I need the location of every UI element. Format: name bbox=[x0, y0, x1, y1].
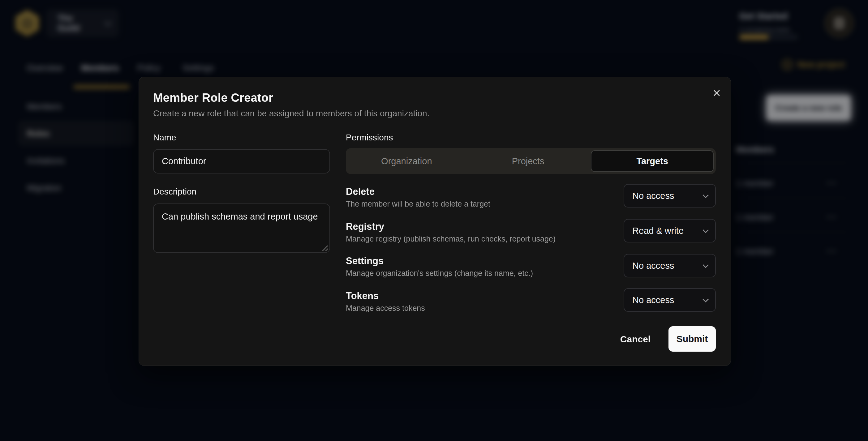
textarea-resize-handle-icon[interactable] bbox=[322, 244, 329, 251]
cancel-button[interactable]: Cancel bbox=[609, 326, 662, 352]
app-root: The Guild Get Started 4 remaining tasks … bbox=[0, 0, 868, 441]
submit-button[interactable]: Submit bbox=[669, 326, 716, 352]
select-value: No access bbox=[632, 261, 703, 271]
dialog-title: Member Role Creator bbox=[153, 91, 273, 104]
permission-delete-title: Delete bbox=[346, 186, 375, 197]
permissions-tab-bar: Organization Projects Targets bbox=[346, 148, 716, 174]
description-label: Description bbox=[153, 187, 196, 197]
select-value: No access bbox=[632, 295, 703, 305]
dialog-subtitle: Create a new role that can be assigned t… bbox=[153, 108, 429, 119]
permission-delete-description: The member will be able to delete a targ… bbox=[346, 199, 490, 209]
select-value: No access bbox=[632, 191, 703, 201]
permission-tokens-title: Tokens bbox=[346, 290, 379, 302]
permission-tokens-select[interactable]: No access bbox=[624, 288, 716, 312]
select-value: Read & write bbox=[632, 226, 703, 236]
permission-registry-select[interactable]: Read & write bbox=[624, 219, 716, 243]
permission-tokens-description: Manage access tokens bbox=[346, 304, 425, 313]
permissions-tab-targets[interactable]: Targets bbox=[591, 150, 714, 172]
chevron-down-icon bbox=[703, 296, 709, 303]
chevron-down-icon bbox=[703, 192, 709, 198]
permission-registry-description: Manage registry (publish schemas, run ch… bbox=[346, 234, 556, 243]
permissions-label: Permissions bbox=[346, 133, 393, 143]
name-input[interactable] bbox=[153, 149, 330, 174]
permissions-tab-organization[interactable]: Organization bbox=[346, 148, 467, 174]
description-textarea[interactable]: Can publish schemas and report usage bbox=[153, 203, 330, 253]
chevron-down-icon bbox=[703, 262, 709, 268]
permission-settings-description: Manage organization's settings (change i… bbox=[346, 269, 533, 278]
permission-settings-select[interactable]: No access bbox=[624, 254, 716, 277]
close-icon[interactable]: ✕ bbox=[709, 85, 725, 101]
permission-settings-title: Settings bbox=[346, 255, 383, 266]
chevron-down-icon bbox=[703, 227, 709, 233]
permissions-tab-projects[interactable]: Projects bbox=[467, 148, 589, 174]
member-role-creator-dialog: Member Role Creator Create a new role th… bbox=[138, 77, 731, 366]
name-label: Name bbox=[153, 133, 176, 143]
permission-delete-select[interactable]: No access bbox=[624, 184, 716, 208]
permission-registry-title: Registry bbox=[346, 221, 384, 232]
